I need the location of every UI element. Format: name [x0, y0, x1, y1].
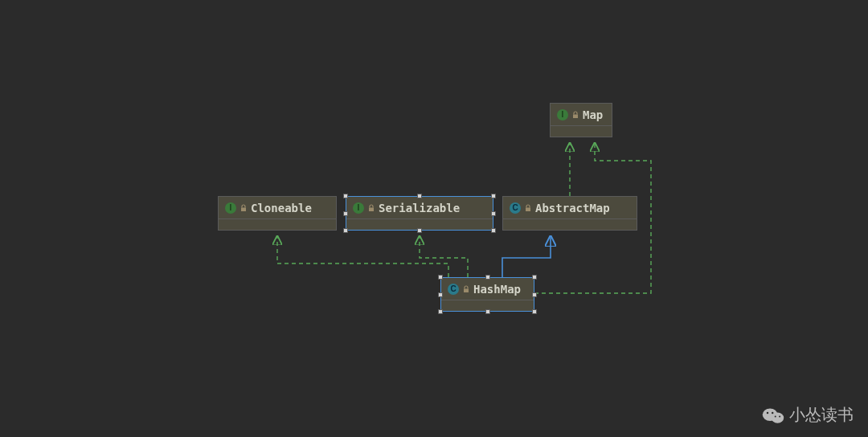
svg-rect-0: [573, 115, 578, 119]
lock-icon: [524, 200, 532, 215]
resize-handle[interactable]: [417, 194, 422, 198]
resize-handle[interactable]: [438, 309, 443, 314]
edge-hashmap-serializable: [420, 236, 468, 277]
node-label: HashMap: [473, 283, 521, 296]
edge-hashmap-abstractmap: [502, 236, 551, 277]
resize-handle[interactable]: [491, 211, 496, 216]
svg-point-8: [772, 411, 773, 413]
class-icon: C: [448, 284, 459, 295]
interface-icon: I: [353, 202, 364, 214]
resize-handle[interactable]: [491, 194, 496, 198]
svg-rect-2: [369, 208, 374, 212]
interface-icon: I: [557, 109, 568, 120]
node-hashmap[interactable]: C HashMap: [440, 277, 534, 312]
resize-handle[interactable]: [438, 275, 443, 280]
resize-handle[interactable]: [532, 292, 537, 297]
resize-handle[interactable]: [532, 275, 537, 280]
lock-icon: [571, 107, 579, 122]
node-label: AbstractMap: [535, 202, 610, 214]
resize-handle[interactable]: [343, 228, 348, 233]
wechat-icon: [762, 406, 784, 424]
resize-handle[interactable]: [438, 292, 443, 297]
resize-handle[interactable]: [485, 275, 490, 280]
svg-point-6: [772, 412, 784, 423]
resize-handle[interactable]: [485, 309, 490, 314]
diagram-canvas[interactable]: I Map I Cloneable I Serializable C Abstr…: [0, 0, 868, 437]
svg-point-10: [779, 415, 780, 417]
svg-point-9: [775, 415, 776, 417]
lock-icon: [367, 200, 375, 215]
node-cloneable[interactable]: I Cloneable: [218, 196, 337, 231]
resize-handle[interactable]: [343, 194, 348, 198]
lock-icon: [462, 281, 470, 296]
svg-rect-1: [241, 208, 246, 212]
watermark: 小怂读书: [762, 404, 854, 426]
class-icon: C: [510, 202, 521, 214]
svg-rect-4: [464, 289, 469, 293]
resize-handle[interactable]: [491, 228, 496, 233]
svg-point-7: [767, 411, 768, 413]
node-abstractmap[interactable]: C AbstractMap: [502, 196, 637, 231]
interface-icon: I: [225, 202, 236, 214]
node-label: Cloneable: [251, 202, 312, 214]
node-label: Map: [583, 108, 603, 121]
edge-hashmap-cloneable: [277, 236, 448, 277]
svg-rect-3: [526, 208, 530, 212]
resize-handle[interactable]: [532, 309, 537, 314]
lock-icon: [240, 200, 248, 215]
node-map[interactable]: I Map: [550, 103, 612, 137]
resize-handle[interactable]: [343, 211, 348, 216]
watermark-text: 小怂读书: [789, 404, 854, 426]
node-label: Serializable: [379, 202, 460, 214]
resize-handle[interactable]: [417, 228, 422, 233]
node-serializable[interactable]: I Serializable: [346, 196, 493, 231]
